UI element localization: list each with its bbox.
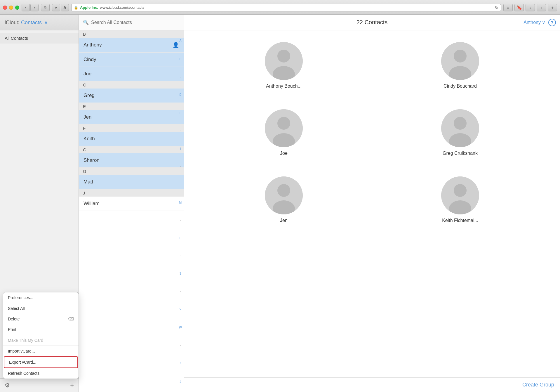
list-item[interactable]: William [79, 197, 184, 211]
list-item[interactable]: Anthony 👤 [79, 38, 184, 53]
contact-name: Greg Cruikshank [443, 151, 478, 156]
more-icon[interactable]: + [548, 4, 557, 11]
url-path: www.icloud.com/#contacts [100, 5, 144, 10]
section-header-f: F [79, 124, 184, 132]
font-buttons: A A [52, 4, 69, 11]
svg-point-7 [277, 117, 290, 130]
back-button[interactable]: ‹ [22, 4, 30, 11]
reload-icon[interactable]: ↻ [495, 5, 498, 10]
share-icon[interactable]: ↑ [537, 4, 546, 11]
delete-shortcut-icon: ⌫ [68, 317, 74, 321]
section-header-j: J [79, 189, 184, 197]
svg-point-1 [277, 50, 290, 63]
menu-refresh-contacts[interactable]: Refresh Contacts [3, 368, 79, 379]
user-name: Anthony [524, 20, 541, 25]
font-small-button[interactable]: A [52, 4, 60, 11]
avatar [265, 176, 303, 214]
menu-delete[interactable]: Delete ⌫ [3, 314, 79, 324]
font-large-button[interactable]: A [61, 4, 69, 11]
contact-card[interactable]: Keith Fichtemai... [372, 171, 548, 229]
avatar [265, 109, 303, 147]
contact-name: Keith Fichtemai... [442, 218, 478, 223]
menu-preferences[interactable]: Preferences... [3, 292, 79, 303]
contact-name: Joe [280, 151, 288, 156]
add-contact-icon[interactable]: + [70, 381, 74, 389]
contact-card[interactable]: Jen [196, 171, 372, 229]
user-dropdown-arrow: ∨ [542, 20, 545, 25]
sidebar: iCloud Contacts ∨ All Contacts Preferenc… [0, 15, 79, 392]
menu-print[interactable]: Print [3, 324, 79, 335]
menu-select-all[interactable]: Select All [3, 303, 79, 314]
contact-card[interactable]: Joe [196, 103, 372, 162]
sidebar-header: iCloud Contacts ∨ [0, 15, 79, 30]
traffic-lights [3, 6, 19, 10]
detail-header: 22 Contacts Anthony ∨ ? [184, 15, 560, 30]
list-item[interactable]: Sharon [79, 153, 184, 168]
url-bar[interactable]: 🔒 Apple Inc. www.icloud.com/#contacts ↻ [71, 4, 501, 11]
tab-button[interactable]: ⧉ [41, 4, 50, 11]
list-item[interactable]: Greg [79, 89, 184, 103]
contacts-list: B Anthony 👤 Cindy Joe C Greg E Jen F [79, 30, 184, 392]
user-dropdown[interactable]: Anthony ∨ [524, 20, 545, 25]
contact-card[interactable]: Greg Cruikshank [372, 103, 548, 162]
forward-button[interactable]: › [30, 4, 39, 11]
bookmark-icon[interactable]: 🔖 [514, 4, 524, 11]
section-header-g2: G [79, 168, 184, 175]
avatar [265, 42, 303, 80]
nav-buttons: ‹ › [22, 4, 39, 11]
menu-import-vcard[interactable]: Import vCard... [3, 346, 79, 356]
list-item[interactable]: Cindy [79, 53, 184, 67]
svg-point-16 [454, 184, 467, 197]
contacts-list-panel: 🔍 B Anthony 👤 Cindy Joe C Greg E [79, 15, 184, 392]
browser-chrome: ‹ › ⧉ A A 🔒 Apple Inc. www.icloud.com/#c… [0, 0, 560, 15]
context-menu: Preferences... Select All Delete ⌫ Print… [3, 292, 79, 379]
maximize-button[interactable] [15, 6, 19, 10]
detail-panel: 22 Contacts Anthony ∨ ? Anthony Bou [184, 15, 560, 392]
contact-card[interactable]: Anthony Bouch... [196, 36, 372, 95]
search-input[interactable] [91, 20, 180, 25]
download-icon[interactable]: ↓ [526, 4, 535, 11]
help-button[interactable]: ? [548, 19, 556, 26]
minimize-button[interactable] [9, 6, 13, 10]
gear-icon[interactable]: ⚙ [5, 382, 10, 389]
avatar [441, 42, 479, 80]
sidebar-bottom: ⚙ + [0, 378, 79, 392]
contacts-grid: Anthony Bouch... Cindy Bouchard [184, 30, 560, 377]
browser-actions: ≡ 🔖 ↓ ↑ + [503, 4, 557, 11]
app-container: iCloud Contacts ∨ All Contacts Preferenc… [0, 15, 560, 392]
svg-point-4 [454, 50, 467, 63]
contact-name: Anthony Bouch... [266, 84, 302, 89]
url-company: Apple Inc. [80, 5, 98, 10]
contact-name: Jen [280, 218, 288, 223]
list-item[interactable]: Joe [79, 67, 184, 81]
section-header-c: C [79, 81, 184, 89]
sidebar-all-contacts[interactable]: All Contacts [0, 33, 79, 44]
lock-icon: 🔒 [74, 6, 78, 10]
list-item[interactable]: Jen [79, 110, 184, 124]
search-bar: 🔍 [79, 15, 184, 30]
layers-icon[interactable]: ≡ [503, 4, 513, 11]
svg-point-13 [277, 184, 290, 197]
detail-footer: Create Group [184, 377, 560, 392]
avatar [441, 109, 479, 147]
list-item[interactable]: Matt [79, 175, 184, 189]
menu-export-vcard[interactable]: Export vCard... [4, 356, 78, 368]
person-icon: 👤 [173, 42, 179, 48]
section-header-g: G [79, 146, 184, 153]
close-button[interactable] [3, 6, 7, 10]
create-group-button[interactable]: Create Group [522, 382, 554, 388]
avatar [441, 176, 479, 214]
app-title: iCloud Contacts ∨ [5, 19, 48, 26]
svg-point-10 [454, 117, 467, 130]
list-item[interactable]: Keith [79, 132, 184, 146]
search-icon: 🔍 [83, 20, 89, 25]
section-header-e: E [79, 103, 184, 110]
menu-make-my-card: Make This My Card [3, 335, 79, 346]
contacts-count: 22 Contacts [356, 19, 388, 26]
contact-name: Cindy Bouchard [444, 84, 477, 89]
contact-card[interactable]: Cindy Bouchard [372, 36, 548, 95]
section-header-b: B [79, 30, 184, 38]
